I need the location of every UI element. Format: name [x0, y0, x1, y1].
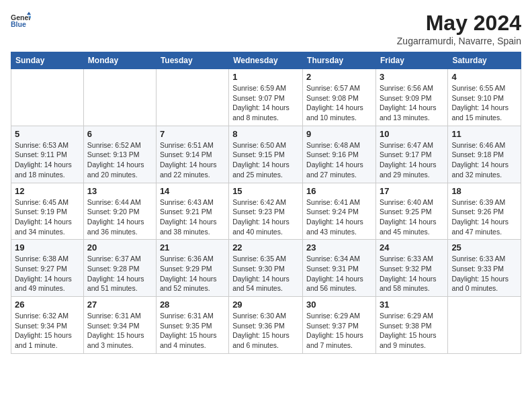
day-number: 23: [306, 242, 372, 253]
day-number: 29: [232, 300, 299, 310]
day-detail: Sunrise: 6:44 AM Sunset: 9:20 PM Dayligh…: [87, 197, 152, 237]
day-number: 18: [451, 186, 517, 196]
day-number: 5: [15, 129, 80, 139]
day-number: 11: [451, 129, 517, 139]
day-number: 31: [380, 300, 444, 310]
day-detail: Sunrise: 6:42 AM Sunset: 9:23 PM Dayligh…: [232, 197, 299, 237]
calendar-cell: 5Sunrise: 6:53 AM Sunset: 9:11 PM Daylig…: [11, 126, 84, 183]
day-detail: Sunrise: 6:41 AM Sunset: 9:24 PM Dayligh…: [306, 197, 372, 237]
calendar-cell: [11, 69, 84, 126]
location-subtitle: Zugarramurdi, Navarre, Spain: [397, 36, 521, 46]
day-number: 20: [87, 242, 152, 253]
weekday-header-wednesday: Wednesday: [229, 52, 303, 69]
day-detail: Sunrise: 6:51 AM Sunset: 9:14 PM Dayligh…: [160, 140, 225, 180]
day-number: 17: [380, 186, 444, 196]
day-detail: Sunrise: 6:31 AM Sunset: 9:34 PM Dayligh…: [87, 311, 152, 351]
day-detail: Sunrise: 6:55 AM Sunset: 9:10 PM Dayligh…: [451, 83, 517, 123]
day-number: 22: [232, 242, 299, 253]
day-number: 9: [306, 129, 372, 139]
logo-icon: General Blue: [11, 11, 31, 31]
calendar-body: 1Sunrise: 6:59 AM Sunset: 9:07 PM Daylig…: [11, 69, 521, 354]
day-detail: Sunrise: 6:29 AM Sunset: 9:37 PM Dayligh…: [306, 311, 372, 351]
calendar-cell: 20Sunrise: 6:37 AM Sunset: 9:28 PM Dayli…: [83, 240, 156, 297]
calendar-cell: 16Sunrise: 6:41 AM Sunset: 9:24 PM Dayli…: [303, 183, 376, 240]
day-number: 19: [15, 242, 80, 253]
day-number: 3: [380, 72, 444, 82]
day-detail: Sunrise: 6:38 AM Sunset: 9:27 PM Dayligh…: [15, 254, 80, 293]
calendar-cell: 9Sunrise: 6:48 AM Sunset: 9:16 PM Daylig…: [303, 126, 376, 183]
day-number: 8: [232, 129, 299, 139]
day-detail: Sunrise: 6:35 AM Sunset: 9:30 PM Dayligh…: [232, 254, 299, 293]
day-number: 27: [87, 300, 152, 310]
calendar-cell: 6Sunrise: 6:52 AM Sunset: 9:13 PM Daylig…: [83, 126, 156, 183]
day-number: 12: [15, 186, 80, 196]
day-detail: Sunrise: 6:52 AM Sunset: 9:13 PM Dayligh…: [87, 140, 152, 180]
calendar-cell: 29Sunrise: 6:30 AM Sunset: 9:36 PM Dayli…: [229, 297, 303, 354]
day-detail: Sunrise: 6:56 AM Sunset: 9:09 PM Dayligh…: [380, 83, 444, 123]
calendar-cell: 25Sunrise: 6:33 AM Sunset: 9:33 PM Dayli…: [448, 240, 521, 297]
title-block: May 2024 Zugarramurdi, Navarre, Spain: [397, 11, 521, 46]
logo: General Blue: [11, 11, 31, 31]
weekday-header-monday: Monday: [83, 52, 156, 69]
calendar-cell: 28Sunrise: 6:31 AM Sunset: 9:35 PM Dayli…: [156, 297, 228, 354]
calendar-cell: 30Sunrise: 6:29 AM Sunset: 9:37 PM Dayli…: [303, 297, 376, 354]
weekday-header-row: SundayMondayTuesdayWednesdayThursdayFrid…: [11, 52, 521, 69]
calendar-cell: 14Sunrise: 6:43 AM Sunset: 9:21 PM Dayli…: [156, 183, 228, 240]
calendar-cell: 8Sunrise: 6:50 AM Sunset: 9:15 PM Daylig…: [229, 126, 303, 183]
calendar-week-row: 5Sunrise: 6:53 AM Sunset: 9:11 PM Daylig…: [11, 126, 521, 183]
day-number: 4: [451, 72, 517, 82]
calendar-week-row: 12Sunrise: 6:45 AM Sunset: 9:19 PM Dayli…: [11, 183, 521, 240]
calendar-cell: 12Sunrise: 6:45 AM Sunset: 9:19 PM Dayli…: [11, 183, 84, 240]
calendar-week-row: 26Sunrise: 6:32 AM Sunset: 9:34 PM Dayli…: [11, 297, 521, 354]
calendar-cell: 15Sunrise: 6:42 AM Sunset: 9:23 PM Dayli…: [229, 183, 303, 240]
day-number: 6: [87, 129, 152, 139]
day-detail: Sunrise: 6:59 AM Sunset: 9:07 PM Dayligh…: [232, 83, 299, 123]
calendar-cell: 13Sunrise: 6:44 AM Sunset: 9:20 PM Dayli…: [83, 183, 156, 240]
day-detail: Sunrise: 6:53 AM Sunset: 9:11 PM Dayligh…: [15, 140, 80, 180]
day-detail: Sunrise: 6:48 AM Sunset: 9:16 PM Dayligh…: [306, 140, 372, 180]
calendar-header: SundayMondayTuesdayWednesdayThursdayFrid…: [11, 52, 521, 69]
calendar-week-row: 1Sunrise: 6:59 AM Sunset: 9:07 PM Daylig…: [11, 69, 521, 126]
weekday-header-sunday: Sunday: [11, 52, 84, 69]
calendar-cell: 2Sunrise: 6:57 AM Sunset: 9:08 PM Daylig…: [303, 69, 376, 126]
calendar-cell: 23Sunrise: 6:34 AM Sunset: 9:31 PM Dayli…: [303, 240, 376, 297]
day-number: 30: [306, 300, 372, 310]
day-number: 16: [306, 186, 372, 196]
day-detail: Sunrise: 6:29 AM Sunset: 9:38 PM Dayligh…: [380, 311, 444, 351]
calendar-cell: [448, 297, 521, 354]
weekday-header-friday: Friday: [375, 52, 447, 69]
calendar-cell: 27Sunrise: 6:31 AM Sunset: 9:34 PM Dayli…: [83, 297, 156, 354]
day-detail: Sunrise: 6:39 AM Sunset: 9:26 PM Dayligh…: [451, 197, 517, 237]
day-detail: Sunrise: 6:30 AM Sunset: 9:36 PM Dayligh…: [232, 311, 299, 351]
month-year-title: May 2024: [397, 11, 521, 36]
day-number: 21: [160, 242, 225, 253]
day-number: 1: [232, 72, 299, 82]
day-detail: Sunrise: 6:33 AM Sunset: 9:32 PM Dayligh…: [380, 254, 444, 293]
calendar-cell: 7Sunrise: 6:51 AM Sunset: 9:14 PM Daylig…: [156, 126, 228, 183]
calendar-table: SundayMondayTuesdayWednesdayThursdayFrid…: [11, 52, 521, 354]
calendar-cell: 18Sunrise: 6:39 AM Sunset: 9:26 PM Dayli…: [448, 183, 521, 240]
weekday-header-saturday: Saturday: [448, 52, 521, 69]
day-detail: Sunrise: 6:34 AM Sunset: 9:31 PM Dayligh…: [306, 254, 372, 293]
calendar-cell: 22Sunrise: 6:35 AM Sunset: 9:30 PM Dayli…: [229, 240, 303, 297]
day-number: 7: [160, 129, 225, 139]
calendar-cell: 24Sunrise: 6:33 AM Sunset: 9:32 PM Dayli…: [375, 240, 447, 297]
calendar-cell: 10Sunrise: 6:47 AM Sunset: 9:17 PM Dayli…: [375, 126, 447, 183]
day-number: 10: [380, 129, 444, 139]
calendar-cell: [83, 69, 156, 126]
calendar-cell: 21Sunrise: 6:36 AM Sunset: 9:29 PM Dayli…: [156, 240, 228, 297]
svg-text:Blue: Blue: [11, 20, 26, 28]
day-number: 13: [87, 186, 152, 196]
day-detail: Sunrise: 6:46 AM Sunset: 9:18 PM Dayligh…: [451, 140, 517, 180]
day-detail: Sunrise: 6:37 AM Sunset: 9:28 PM Dayligh…: [87, 254, 152, 293]
day-detail: Sunrise: 6:31 AM Sunset: 9:35 PM Dayligh…: [160, 311, 225, 351]
day-number: 2: [306, 72, 372, 82]
calendar-week-row: 19Sunrise: 6:38 AM Sunset: 9:27 PM Dayli…: [11, 240, 521, 297]
day-number: 25: [451, 242, 517, 253]
calendar-cell: 31Sunrise: 6:29 AM Sunset: 9:38 PM Dayli…: [375, 297, 447, 354]
day-detail: Sunrise: 6:45 AM Sunset: 9:19 PM Dayligh…: [15, 197, 80, 237]
day-detail: Sunrise: 6:32 AM Sunset: 9:34 PM Dayligh…: [15, 311, 80, 351]
day-number: 15: [232, 186, 299, 196]
page-header: General Blue May 2024 Zugarramurdi, Nava…: [11, 11, 521, 46]
calendar-cell: 26Sunrise: 6:32 AM Sunset: 9:34 PM Dayli…: [11, 297, 84, 354]
